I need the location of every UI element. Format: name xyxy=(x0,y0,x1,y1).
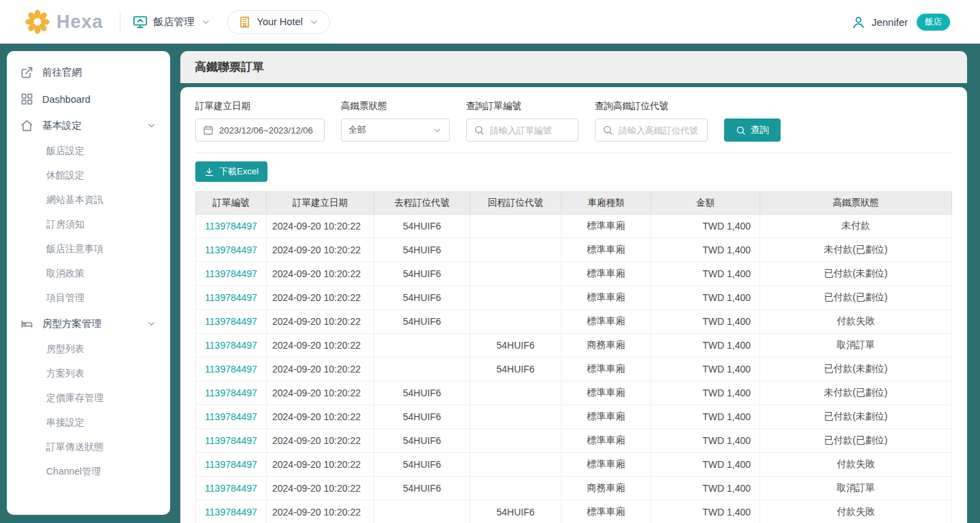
order-number-link[interactable]: 1139784497 xyxy=(205,435,257,446)
order-created-cell: 2024-09-20 10:20:22 xyxy=(267,262,374,286)
car-class-cell: 標準車廂 xyxy=(561,286,651,310)
ticket-status-cell: 未付款(已劃位) xyxy=(760,238,952,262)
table-row: 11397844972024-09-20 10:20:2254HUIF6標準車廂… xyxy=(196,286,952,310)
hotel-selector[interactable]: Your Hotel xyxy=(227,10,330,34)
order-number-link[interactable]: 1139784497 xyxy=(205,268,257,279)
sidebar-subitem[interactable]: Channel管理 xyxy=(7,460,170,484)
amount-cell: TWD 1,400 xyxy=(651,477,760,501)
ticket-status-cell: 未付款(已劃位) xyxy=(760,381,952,405)
search-icon xyxy=(602,125,613,136)
date-range-input[interactable] xyxy=(219,125,317,136)
sidebar-item-room-plan-management[interactable]: 房型方案管理 xyxy=(7,311,170,337)
return-code-cell xyxy=(470,453,561,477)
order-filter-label: 查詢訂單編號 xyxy=(466,100,578,112)
sidebar-item-dashboard[interactable]: Dashboard xyxy=(7,86,170,112)
order-number-cell: 1139784497 xyxy=(196,477,267,501)
sidebar-subitem[interactable]: 項目管理 xyxy=(7,286,170,311)
download-excel-button[interactable]: 下載Excel xyxy=(195,161,267,182)
table-row: 11397844972024-09-20 10:20:2254HUIF6標準車廂… xyxy=(196,453,952,477)
sidebar-subitem[interactable]: 飯店設定 xyxy=(7,139,170,163)
order-number-link[interactable]: 1139784497 xyxy=(205,292,257,303)
order-number-link[interactable]: 1139784497 xyxy=(205,221,257,232)
page-title-band: 高鐵聯票訂單 xyxy=(180,51,967,83)
main-area: 高鐵聯票訂單 訂單建立日期 高鐵票狀態 全部 xyxy=(180,51,967,523)
search-button-label: 查詢 xyxy=(751,124,769,136)
sidebar-subitem[interactable]: 方案列表 xyxy=(7,362,170,386)
user-menu[interactable]: Jennifer 飯店 xyxy=(851,14,950,31)
return-code-cell: 54HUIF6 xyxy=(470,501,561,523)
order-number-link[interactable]: 1139784497 xyxy=(205,411,257,422)
hotel-management-menu[interactable]: 飯店管理 xyxy=(133,14,211,29)
order-number-cell: 1139784497 xyxy=(196,262,267,286)
page-layout: 前往官網Dashboard基本設定飯店設定休館設定網站基本資訊訂房須知飯店注意事… xyxy=(0,44,980,523)
sidebar-subitem[interactable]: 訂單傳送狀態 xyxy=(7,435,170,460)
sidebar-item-basic-settings[interactable]: 基本設定 xyxy=(7,112,170,139)
order-number-link[interactable]: 1139784497 xyxy=(205,459,257,470)
order-number-link[interactable]: 1139784497 xyxy=(205,316,257,327)
sidebar-subitem[interactable]: 取消政策 xyxy=(7,262,170,286)
order-number-link[interactable]: 1139784497 xyxy=(205,340,257,351)
sidebar-subitem[interactable]: 串接設定 xyxy=(7,411,170,435)
outbound-code-cell: 54HUIF6 xyxy=(374,238,470,262)
order-number-link[interactable]: 1139784497 xyxy=(205,387,257,398)
order-number-cell: 1139784497 xyxy=(196,381,267,405)
user-icon xyxy=(851,15,866,29)
sidebar-item-official-site[interactable]: 前往官網 xyxy=(7,59,170,86)
orders-table: 訂單編號訂單建立日期去程訂位代號回程訂位代號車廂種類金額高鐵票狀態 113978… xyxy=(195,191,952,523)
order-number-cell: 1139784497 xyxy=(196,310,267,334)
car-class-cell: 標準車廂 xyxy=(561,453,651,477)
return-code-cell xyxy=(470,381,561,405)
sidebar-subitem[interactable]: 網站基本資訊 xyxy=(7,188,170,212)
hotel-selector-label: Your Hotel xyxy=(257,16,303,27)
return-code-cell xyxy=(470,405,561,429)
order-search-field[interactable] xyxy=(466,118,578,142)
code-search-field[interactable] xyxy=(595,118,708,142)
car-class-cell: 標準車廂 xyxy=(561,501,651,523)
sidebar-subitem[interactable]: 定價庫存管理 xyxy=(7,386,170,411)
car-class-cell: 標準車廂 xyxy=(561,429,651,453)
chevron-down-icon xyxy=(309,17,319,27)
logo[interactable]: Hexa xyxy=(24,9,103,35)
order-number-link[interactable]: 1139784497 xyxy=(205,507,257,518)
car-class-cell: 商務車廂 xyxy=(561,477,651,501)
ticket-status-cell: 已付款(已劃位) xyxy=(760,429,952,453)
order-number-link[interactable]: 1139784497 xyxy=(205,364,257,375)
order-created-cell: 2024-09-20 10:20:22 xyxy=(267,215,374,238)
order-number-link[interactable]: 1139784497 xyxy=(205,483,257,494)
sidebar-item-label: 前往官網 xyxy=(42,66,82,79)
order-created-cell: 2024-09-20 10:20:22 xyxy=(267,334,374,358)
search-icon xyxy=(736,125,746,136)
column-header: 車廂種類 xyxy=(561,192,651,215)
return-code-cell: 54HUIF6 xyxy=(470,358,561,381)
ticket-status-cell: 未付款 xyxy=(760,215,952,238)
order-created-cell: 2024-09-20 10:20:22 xyxy=(267,381,374,405)
orders-table-body: 11397844972024-09-20 10:20:2254HUIF6標準車廂… xyxy=(196,215,952,523)
code-search-input[interactable] xyxy=(619,125,700,136)
sidebar-item-label: Dashboard xyxy=(42,94,91,105)
date-range-field[interactable] xyxy=(195,118,325,142)
hotel-management-icon xyxy=(133,14,148,29)
sidebar-subitem[interactable]: 訂房須知 xyxy=(7,212,170,237)
sidebar-subitem[interactable]: 休館設定 xyxy=(7,163,170,188)
order-created-cell: 2024-09-20 10:20:22 xyxy=(267,405,374,429)
order-search-input[interactable] xyxy=(490,125,571,136)
table-row: 11397844972024-09-20 10:20:2254HUIF6標準車廂… xyxy=(196,358,952,381)
order-created-cell: 2024-09-20 10:20:22 xyxy=(267,453,374,477)
order-number-cell: 1139784497 xyxy=(196,429,267,453)
sidebar-subitem[interactable]: 房型列表 xyxy=(7,337,170,362)
order-number-cell: 1139784497 xyxy=(196,238,267,262)
car-class-cell: 商務車廂 xyxy=(561,334,651,358)
amount-cell: TWD 1,400 xyxy=(651,381,760,405)
outbound-code-cell: 54HUIF6 xyxy=(374,405,470,429)
order-number-cell: 1139784497 xyxy=(196,405,267,429)
sidebar-subitem[interactable]: 飯店注意事項 xyxy=(7,237,170,262)
ticket-status-select[interactable]: 全部 xyxy=(341,118,450,142)
order-number-cell: 1139784497 xyxy=(196,501,267,523)
search-button[interactable]: 查詢 xyxy=(724,118,781,142)
outbound-code-cell: 54HUIF6 xyxy=(374,477,470,501)
external-link-icon xyxy=(20,66,33,79)
order-number-link[interactable]: 1139784497 xyxy=(205,244,257,255)
car-class-cell: 標準車廂 xyxy=(561,405,651,429)
ticket-status-cell: 付款失敗 xyxy=(760,310,952,334)
amount-cell: TWD 1,400 xyxy=(651,310,760,334)
